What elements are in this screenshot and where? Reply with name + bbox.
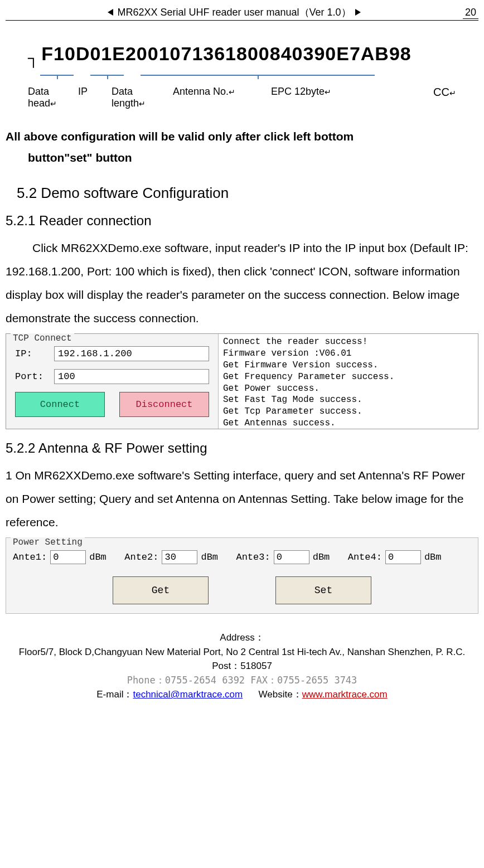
footer-email-link[interactable]: technical@marktrace.com bbox=[133, 689, 243, 700]
section-5-2-1-text: Click MR62XXDemo.exe software, input rea… bbox=[6, 236, 478, 330]
enter-icon: ↵ bbox=[325, 88, 331, 96]
configuration-note: All above configuration will be valid on… bbox=[6, 126, 478, 168]
ante4-label: Ante4: bbox=[348, 552, 382, 562]
label-ip: IP bbox=[78, 86, 88, 97]
note-line2: button"set" button bbox=[28, 147, 478, 168]
ante3-label: Ante3: bbox=[236, 552, 270, 562]
section-5-2-1-body: Click MR62XXDemo.exe software, input rea… bbox=[6, 236, 478, 330]
enter-icon: ↵ bbox=[229, 88, 235, 96]
log-line: Set Fast Tag Mode success. bbox=[223, 394, 473, 406]
page-number: 20 bbox=[463, 7, 478, 19]
disconnect-button[interactable]: Disconnect bbox=[119, 392, 209, 417]
unit-label: dBm bbox=[201, 552, 218, 562]
tcp-log-output: Connect the reader success! Firmware ver… bbox=[219, 334, 478, 429]
epc-structure-figure: ┐ F10D01E2001071361800840390E7AB98 Data … bbox=[6, 43, 478, 109]
ip-label: IP: bbox=[15, 348, 54, 359]
log-line: Get Power success. bbox=[223, 383, 473, 395]
enter-icon: ↵ bbox=[50, 99, 57, 108]
unit-label: dBm bbox=[313, 552, 330, 562]
tcp-connect-figure: TCP Connect IP: 192.168.1.200 Port: 100 … bbox=[6, 333, 478, 429]
get-button[interactable]: Get bbox=[113, 576, 209, 604]
unit-label: dBm bbox=[424, 552, 442, 562]
header-title: MR62XX Serial UHF reader user manual（Ver… bbox=[6, 6, 463, 19]
power-setting-figure: Power Setting Ante1: 0 dBm Ante2: 30 dBm… bbox=[6, 537, 478, 614]
footer-address-label: Address： bbox=[6, 631, 478, 645]
connect-button[interactable]: Connect bbox=[15, 392, 105, 417]
label-data-length: Data length bbox=[112, 86, 139, 109]
log-line: Get Frequency Parameter success. bbox=[223, 371, 473, 383]
log-line: Connect the reader success! bbox=[223, 336, 473, 348]
brace-icon bbox=[90, 69, 124, 76]
log-line: Get Antennas success. bbox=[223, 418, 473, 429]
log-line: Get Firmware Version success. bbox=[223, 360, 473, 371]
footer-website-link[interactable]: www.marktrace.com bbox=[302, 689, 388, 700]
footer-address: Floor5/7, Block D,Changyuan New Material… bbox=[6, 645, 478, 673]
enter-icon: ↵ bbox=[449, 89, 456, 98]
footer-website-label: Website： bbox=[259, 689, 302, 700]
triangle-left-icon bbox=[108, 9, 113, 16]
ante3-input[interactable]: 0 bbox=[274, 550, 309, 564]
label-data-head: Data head bbox=[28, 86, 50, 109]
epc-code-value: F10D01E2001071361800840390E7AB98 bbox=[41, 43, 411, 64]
ante1-label: Ante1: bbox=[13, 552, 47, 562]
section-5-2-2-body: 1 On MR62XXDemo.exe software's Setting i… bbox=[6, 464, 478, 534]
brace-icon bbox=[40, 69, 74, 76]
set-button[interactable]: Set bbox=[275, 576, 371, 604]
section-5-2-2-heading: 5.2.2 Antenna & RF Power setting bbox=[6, 440, 478, 456]
log-line: Get Tcp Parameter success. bbox=[223, 406, 473, 418]
port-label: Port: bbox=[15, 371, 54, 382]
ip-input[interactable]: 192.168.1.200 bbox=[54, 346, 209, 361]
port-input[interactable]: 100 bbox=[54, 369, 209, 384]
unit-label: dBm bbox=[89, 552, 107, 562]
log-line: Firmware version :V06.01 bbox=[223, 348, 473, 360]
ante1-input[interactable]: 0 bbox=[50, 550, 86, 564]
page-footer: Address： Floor5/7, Block D,Changyuan New… bbox=[6, 631, 478, 702]
footer-email-label: E-mail： bbox=[96, 689, 133, 700]
triangle-right-icon bbox=[355, 9, 361, 16]
ante2-input[interactable]: 30 bbox=[162, 550, 197, 564]
header-title-text: MR62XX Serial UHF reader user manual（Ver… bbox=[117, 7, 351, 18]
brace-icon bbox=[141, 69, 375, 76]
ante4-input[interactable]: 0 bbox=[385, 550, 421, 564]
label-antenna-no: Antenna No. bbox=[173, 86, 229, 97]
note-line1: All above configuration will be valid on… bbox=[6, 130, 354, 143]
label-cc: CC bbox=[433, 86, 449, 98]
enter-icon: ↵ bbox=[139, 99, 146, 108]
tcp-group-label: TCP Connect bbox=[11, 333, 74, 343]
ante2-label: Ante2: bbox=[124, 552, 158, 562]
section-5-2-1-heading: 5.2.1 Reader connection bbox=[6, 213, 478, 229]
paragraph-mark-icon: ┐ bbox=[28, 49, 39, 66]
power-group-label: Power Setting bbox=[11, 537, 85, 547]
section-5-2-heading: 5.2 Demo software Configuration bbox=[17, 185, 478, 202]
footer-phone-fax: Phone：0755-2654 6392 FAX：0755-2655 3743 bbox=[6, 673, 478, 688]
label-epc: EPC 12byte bbox=[271, 86, 325, 97]
